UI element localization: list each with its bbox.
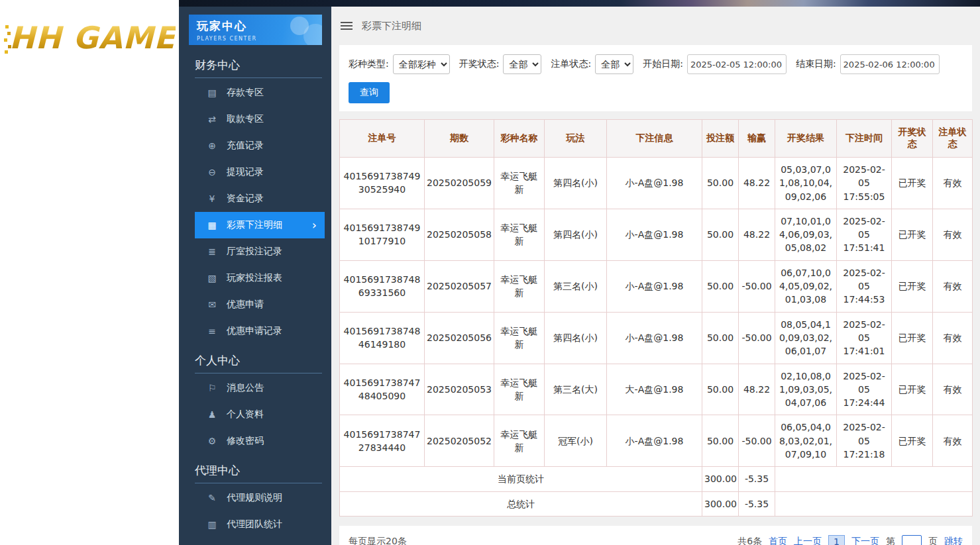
summary-bet-total: 300.00 [702, 491, 739, 516]
hall-bets-icon: ≣ [207, 246, 217, 257]
cell-bet-amount: 50.00 [702, 364, 739, 415]
jump-link[interactable]: 跳转 [944, 536, 963, 545]
sidebar-item[interactable]: ¥资金记录 [195, 185, 325, 212]
doc-icon: ✎ [207, 493, 217, 503]
sidebar-item[interactable]: ▧玩家投注报表 [195, 265, 325, 291]
summary-bet-total: 300.00 [702, 467, 739, 491]
cell-play-type: 第四名(小) [545, 158, 607, 209]
cell-bet-time: 2025-02-05 17:41:01 [837, 312, 892, 364]
cell-lottery-name: 幸运飞艇新 [494, 209, 545, 260]
first-page-link[interactable]: 首页 [769, 536, 787, 545]
main-header: 彩票下注明细 [331, 7, 980, 45]
sidebar-sections: 财务中心▤存款专区⇄取款专区⊕充值记录⊖提现记录¥资金记录▦彩票下注明细›≣厅室… [179, 49, 331, 538]
cell-draw-result: 06,05,04,08,03,02,01,07,09,10 [775, 415, 837, 467]
column-header: 期数 [425, 120, 494, 158]
cell-bet-no: 401569173874748405090 [340, 364, 425, 415]
cell-period: 20250205059 [425, 158, 494, 209]
left-panel: HH GAME [0, 0, 179, 545]
cell-lottery-name: 幸运飞艇新 [494, 364, 545, 415]
page-title: 彩票下注明细 [362, 20, 421, 32]
funds-record-icon: ¥ [207, 193, 217, 204]
cell-period: 20250205058 [425, 209, 494, 260]
table-row: 40156917387484614918020250205056幸运飞艇新第四名… [340, 312, 973, 364]
profile-icon: ♟ [207, 409, 217, 420]
sidebar-item[interactable]: ▤存款专区 [195, 79, 325, 106]
start-date-input[interactable] [687, 54, 787, 74]
cell-period: 20250205056 [425, 312, 494, 364]
sidebar-item[interactable]: ⇄取款专区 [195, 106, 325, 132]
sidebar-item-label: 彩票下注明细 [227, 219, 282, 231]
column-header: 玩法 [545, 120, 607, 158]
sidebar-item-label: 代理规则说明 [227, 492, 282, 504]
logo-pixel-decoration [5, 25, 9, 28]
cell-bet-time: 2025-02-05 17:51:41 [837, 209, 892, 260]
logo: HH GAME [9, 20, 179, 56]
menu-toggle-icon[interactable] [341, 20, 353, 32]
sidebar-item[interactable]: ⊕充值记录 [195, 132, 325, 159]
sidebar-item[interactable]: ⚐消息公告 [195, 375, 325, 401]
filter-panel: 彩种类型: 全部彩种 开奖状态: 全部 注单状态: 全部 开始日期: 结束日期:… [339, 45, 972, 111]
bet-status-select[interactable]: 全部 [595, 54, 633, 74]
cell-draw-result: 05,03,07,01,08,10,04,09,02,06 [775, 158, 837, 209]
main-content: 彩票下注明细 彩种类型: 全部彩种 开奖状态: 全部 注单状态: 全部 开始日期… [331, 0, 980, 545]
cell-bet-info: 小-A盘@1.98 [607, 158, 702, 209]
sidebar-item[interactable]: ▥代理团队统计 [195, 511, 325, 538]
table-header-row: 注单号期数彩种名称玩法下注信息投注额输赢开奖结果下注时间开奖状态注单状态 [340, 120, 973, 158]
end-date-input[interactable] [840, 54, 940, 74]
cell-draw-status: 已开奖 [892, 260, 933, 312]
cell-lottery-name: 幸运飞艇新 [494, 415, 545, 467]
sidebar-item[interactable]: ▦彩票下注明细› [195, 212, 325, 238]
sidebar-item-label: 充值记录 [227, 140, 264, 152]
lottery-type-select[interactable]: 全部彩种 [393, 54, 450, 74]
cell-play-type: 第四名(小) [545, 312, 607, 364]
prev-page-link[interactable]: 上一页 [794, 536, 822, 545]
sidebar-item-label: 修改密码 [227, 435, 264, 447]
sidebar-item[interactable]: ≣厅室投注记录 [195, 238, 325, 265]
logo-text: HH GAME [9, 20, 176, 56]
filter-row: 彩种类型: 全部彩种 开奖状态: 全部 注单状态: 全部 开始日期: 结束日期: [349, 54, 963, 74]
lottery-type-label: 彩种类型: [349, 58, 389, 70]
cell-bet-time: 2025-02-05 17:24:44 [837, 364, 892, 415]
sidebar-section-title: 个人中心 [195, 344, 322, 373]
jump-label-post: 页 [928, 536, 938, 545]
cell-bet-info: 小-A盘@1.98 [607, 209, 702, 260]
stats-icon: ▥ [207, 519, 217, 530]
cell-bet-no: 401569173874846149180 [340, 312, 425, 364]
sidebar-item[interactable]: ✉优惠申请 [195, 291, 325, 318]
summary-row: 当前页统计300.00-5.35 [340, 467, 973, 491]
sidebar-item[interactable]: ⚙修改密码 [195, 428, 325, 454]
sidebar-item-label: 玩家投注报表 [227, 272, 282, 284]
summary-label: 当前页统计 [340, 467, 702, 491]
cell-bet-time: 2025-02-05 17:44:53 [837, 260, 892, 312]
sidebar-item[interactable]: ⊖提现记录 [195, 159, 325, 185]
table-row: 40156917387491017791020250205058幸运飞艇新第四名… [340, 209, 973, 260]
table-row: 40156917387493052594020250205059幸运飞艇新第四名… [340, 158, 973, 209]
search-button[interactable]: 查询 [349, 82, 390, 103]
cell-bet-amount: 50.00 [702, 158, 739, 209]
cell-period: 20250205053 [425, 364, 494, 415]
summary-win-loss: -5.35 [739, 467, 775, 491]
cell-win-loss: -50.00 [739, 312, 775, 364]
sidebar-item[interactable]: ≡优惠申请记录 [195, 318, 325, 344]
sidebar-item-label: 取款专区 [227, 113, 264, 125]
column-header: 注单状态 [933, 120, 973, 158]
sidebar-item-label: 提现记录 [227, 166, 264, 178]
next-page-link[interactable]: 下一页 [851, 536, 879, 545]
bell-icon: ⚐ [207, 383, 217, 393]
table-row: 40156917387486933156020250205057幸运飞艇新第三名… [340, 260, 973, 312]
cell-bet-no: 401569173874910177910 [340, 209, 425, 260]
sidebar-item[interactable]: ♟个人资料 [195, 401, 325, 428]
cell-draw-result: 07,10,01,04,06,09,03,05,08,02 [775, 209, 837, 260]
jump-page-input[interactable] [902, 535, 922, 545]
draw-status-select[interactable]: 全部 [503, 54, 541, 74]
cell-play-type: 冠军(小) [545, 415, 607, 467]
sidebar-item-label: 代理团队统计 [227, 519, 282, 530]
summary-empty-cell [775, 491, 973, 516]
cell-play-type: 第三名(小) [545, 260, 607, 312]
current-page[interactable]: 1 [828, 535, 845, 545]
sidebar-item[interactable]: ✎代理规则说明 [195, 485, 325, 511]
summary-row: 总统计300.00-5.35 [340, 491, 973, 516]
bets-table: 注单号期数彩种名称玩法下注信息投注额输赢开奖结果下注时间开奖状态注单状态 401… [339, 119, 973, 517]
cell-win-loss: 48.22 [739, 209, 775, 260]
cell-bet-amount: 50.00 [702, 415, 739, 467]
